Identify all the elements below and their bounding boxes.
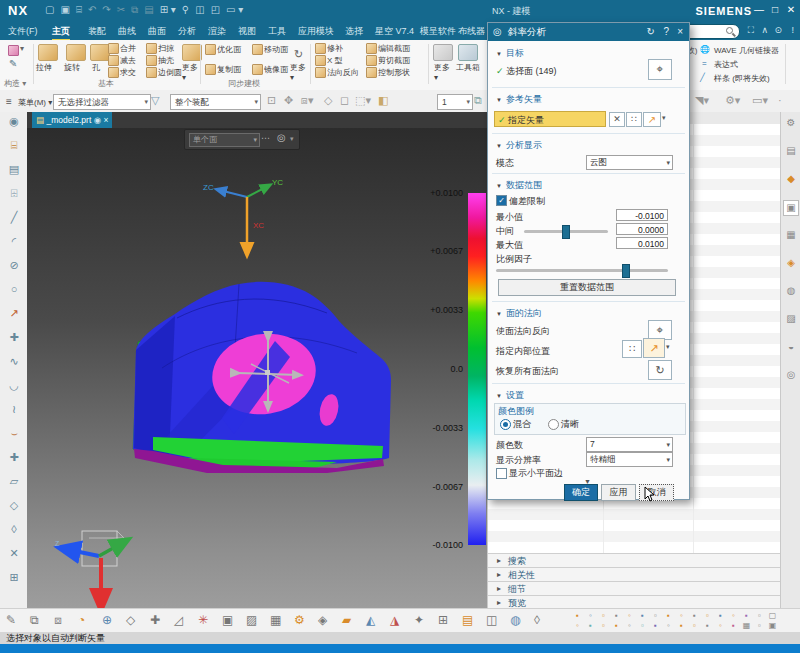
select-face-row[interactable]: ✓ 选择面 (149) bbox=[496, 65, 557, 78]
open-file-icon[interactable]: ▣ bbox=[60, 4, 69, 15]
sheet-icon[interactable]: ⧉ bbox=[474, 94, 482, 107]
close-button[interactable]: ✕ bbox=[784, 4, 798, 15]
point-dropdown-arrow[interactable]: ▾ bbox=[666, 343, 670, 351]
datum-plane-icon[interactable]: ⧉ bbox=[30, 613, 39, 627]
pane-dependencies[interactable]: ▸相关性 bbox=[488, 567, 781, 581]
section-settings[interactable]: ▼设置 bbox=[496, 389, 524, 402]
component-icon[interactable]: ◫ bbox=[486, 613, 497, 627]
pane-details[interactable]: ▸细节 bbox=[488, 581, 781, 595]
mini-icon[interactable]: ◦ bbox=[676, 611, 687, 621]
new-file-icon[interactable]: ▢ bbox=[45, 4, 54, 15]
mini-icon[interactable]: ▪ bbox=[689, 611, 700, 621]
mini-icon[interactable]: ◦ bbox=[624, 611, 635, 621]
cross-icon[interactable]: ✕ bbox=[6, 547, 22, 560]
mini-icon[interactable]: ▫ bbox=[598, 621, 609, 631]
bridge-curve-icon[interactable]: ◡ bbox=[6, 379, 22, 392]
mid-slider[interactable] bbox=[524, 230, 608, 233]
toolbox-icon[interactable] bbox=[458, 44, 478, 61]
select-face-button[interactable]: ⌖ bbox=[648, 59, 672, 80]
mirror-right-icon[interactable]: ◮ bbox=[390, 613, 399, 627]
facet-edges-checkbox[interactable] bbox=[496, 468, 507, 479]
optimize-face-label[interactable]: 优化面 bbox=[217, 44, 241, 55]
point-snap-icon[interactable]: ⊕ bbox=[102, 613, 112, 627]
curve-feature-icon[interactable]: ◍ bbox=[510, 613, 520, 627]
mini-icon[interactable]: ▫ bbox=[702, 611, 713, 621]
scale-factor-thumb[interactable] bbox=[622, 264, 630, 278]
mini-icon[interactable]: ◦ bbox=[728, 611, 739, 621]
tab-mold-software[interactable]: 模呈软件 bbox=[420, 25, 456, 38]
dialog-help-icon[interactable]: ? bbox=[663, 23, 669, 41]
hole-icon[interactable] bbox=[90, 44, 110, 61]
endpoint-snap-icon[interactable]: ◇ bbox=[126, 613, 135, 627]
sketch-icon[interactable] bbox=[8, 45, 19, 56]
unite-icon[interactable] bbox=[108, 43, 119, 54]
quadrant-snap-icon[interactable]: ▨ bbox=[246, 613, 257, 627]
constraint-navigator-icon[interactable]: ◆ bbox=[784, 172, 798, 186]
optimize-face-icon[interactable] bbox=[205, 44, 216, 55]
pencil-icon[interactable]: ✎ bbox=[6, 613, 16, 627]
screenshot-icon[interactable]: ⊞ ▾ bbox=[160, 4, 176, 15]
selection-scope-combo[interactable]: 整个装配▾ bbox=[170, 94, 261, 110]
mode-combo[interactable]: 云图▾ bbox=[586, 155, 673, 170]
undo-icon[interactable]: ↶ bbox=[88, 4, 96, 15]
mini-icon[interactable]: ▪ bbox=[611, 621, 622, 631]
intersect-icon[interactable] bbox=[108, 67, 119, 78]
reuse-library-icon[interactable]: ▦ bbox=[784, 228, 798, 242]
ok-button[interactable]: 确定 bbox=[564, 484, 598, 501]
clip-section-icon[interactable] bbox=[366, 55, 377, 66]
mini-icon[interactable]: ▫ bbox=[650, 611, 661, 621]
mini-icon[interactable]: ▪ bbox=[728, 621, 739, 631]
edge-icon[interactable]: ◊ bbox=[534, 613, 540, 627]
mirror-face-icon[interactable] bbox=[252, 64, 263, 75]
studio-spline-icon[interactable]: ≀ bbox=[6, 403, 22, 416]
sharp-radio[interactable] bbox=[548, 419, 559, 430]
vector-dialog-button[interactable]: ↗ bbox=[643, 112, 661, 127]
roles-icon[interactable]: ◎ bbox=[784, 368, 798, 382]
oval-icon[interactable]: ◊ bbox=[6, 523, 22, 535]
subtract-icon[interactable] bbox=[108, 55, 119, 66]
mini-icon[interactable]: ◦ bbox=[585, 611, 596, 621]
reverse-normal-label[interactable]: 法向反向 bbox=[327, 67, 359, 78]
gear-snap-icon[interactable]: ⚙ bbox=[294, 613, 305, 627]
existing-point-icon[interactable]: ▦ bbox=[270, 613, 281, 627]
inferred-vector-button[interactable]: ∷ bbox=[626, 112, 642, 127]
mid-slider-thumb[interactable] bbox=[562, 225, 570, 239]
snap-menu-icon[interactable]: ⧈▾ bbox=[301, 94, 314, 107]
profile-icon[interactable]: ▱ bbox=[6, 475, 22, 488]
tab-analysis[interactable]: 分析 bbox=[178, 25, 196, 38]
tab-assembly[interactable]: 装配 bbox=[88, 25, 106, 38]
sweep-label[interactable]: 扫掠 bbox=[158, 43, 174, 54]
menu-file[interactable]: 文件(F) bbox=[8, 25, 38, 38]
ellipse-icon[interactable]: ○ bbox=[6, 283, 22, 295]
mini-icon[interactable]: ◦ bbox=[663, 621, 674, 631]
snap-midpoint-icon[interactable]: ✥ bbox=[284, 94, 293, 107]
blend-radio[interactable] bbox=[500, 419, 511, 430]
mini-icon[interactable]: ▪ bbox=[637, 611, 648, 621]
mini-icon[interactable]: ◦ bbox=[624, 621, 635, 631]
mini-icon[interactable]: ▪ bbox=[585, 621, 596, 631]
battery-icon[interactable]: ⌸ bbox=[6, 139, 22, 152]
mid-value-field[interactable]: 0.0000 bbox=[616, 223, 668, 235]
part-navigator-icon[interactable]: ▣ bbox=[783, 200, 799, 216]
copy-face-icon[interactable] bbox=[205, 64, 216, 75]
grid-snap-icon[interactable]: ⊞ bbox=[438, 613, 448, 627]
minimize-button[interactable]: ― bbox=[752, 4, 766, 15]
arc-icon[interactable]: ◜ bbox=[6, 235, 22, 248]
section-reference-vector[interactable]: ▼参考矢量 bbox=[496, 93, 542, 106]
point-vector-icon[interactable]: ↗ bbox=[6, 307, 22, 320]
more-features-label[interactable]: 更多▾ bbox=[182, 62, 198, 82]
mini-icon[interactable]: ◦ bbox=[572, 621, 583, 631]
section-face-normals[interactable]: ▼面的法向 bbox=[496, 307, 542, 320]
reverse-normal-button[interactable]: ⌖ bbox=[648, 320, 672, 340]
tab-tools[interactable]: 工具 bbox=[268, 25, 286, 38]
line-icon[interactable]: ╱ bbox=[6, 211, 22, 224]
face-snap-icon[interactable]: ◔ bbox=[78, 613, 85, 627]
web-browser-icon[interactable]: ◍ bbox=[784, 284, 798, 298]
mini-icon[interactable]: ▣ bbox=[767, 621, 778, 631]
bounded-plane-icon[interactable]: ◈ bbox=[318, 613, 327, 627]
window-icon[interactable]: ◰ bbox=[211, 4, 220, 15]
polygon-icon[interactable]: ◇ bbox=[6, 499, 22, 512]
sparkle-icon[interactable]: ✦ bbox=[414, 613, 424, 627]
redo-icon[interactable]: ↷ bbox=[102, 4, 110, 15]
layer-combo[interactable]: 1▾ bbox=[437, 94, 473, 110]
